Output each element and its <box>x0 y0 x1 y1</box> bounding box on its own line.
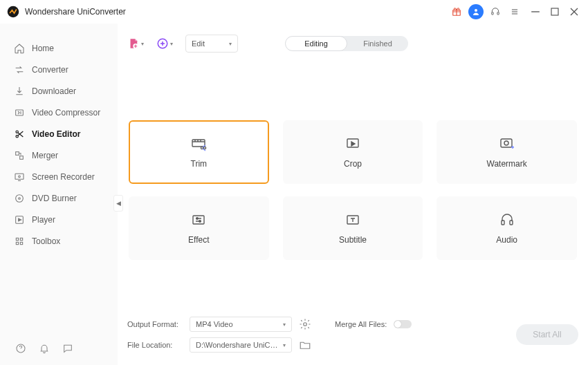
tab-finished[interactable]: Finished <box>347 36 408 51</box>
svg-point-7 <box>16 131 18 133</box>
svg-point-30 <box>196 218 198 219</box>
svg-rect-17 <box>20 238 22 240</box>
crop-icon <box>344 135 361 152</box>
tiles-grid: Trim Crop Watermark Effect Subtitle Audi… <box>127 120 578 260</box>
settings-icon[interactable] <box>299 318 311 330</box>
effect-icon <box>190 212 207 228</box>
help-icon[interactable] <box>15 343 26 354</box>
sidebar-item-label: Video Editor <box>32 129 80 139</box>
merge-label: Merge All Files: <box>335 320 387 328</box>
add-circle-button[interactable]: ▾ <box>156 37 173 50</box>
svg-point-31 <box>199 221 201 222</box>
svg-point-8 <box>16 135 18 137</box>
screen-recorder-icon <box>14 171 25 182</box>
tile-label: Audio <box>496 235 517 245</box>
sidebar-item-video-editor[interactable]: Video Editor <box>0 123 118 144</box>
sidebar: Home Converter Downloader Video Compress… <box>0 24 118 365</box>
folder-open-icon[interactable] <box>299 339 311 351</box>
tab-editing[interactable]: Editing <box>285 36 347 51</box>
bell-icon[interactable] <box>39 343 50 354</box>
chevron-down-icon: ▾ <box>170 41 173 47</box>
sidebar-item-converter[interactable]: Converter <box>0 59 118 80</box>
svg-rect-18 <box>16 242 18 244</box>
svg-point-2 <box>475 9 477 12</box>
sidebar-collapse-button[interactable]: ◀ <box>113 195 123 212</box>
window-close-button[interactable] <box>567 5 581 19</box>
titlebar: Wondershare UniConverter <box>0 0 588 24</box>
merge-toggle[interactable] <box>394 320 412 328</box>
window-minimize-button[interactable] <box>529 5 542 19</box>
file-location-label: File Location: <box>127 341 183 349</box>
svg-rect-10 <box>20 156 24 159</box>
download-icon <box>14 86 25 97</box>
disc-icon <box>14 193 25 204</box>
sidebar-item-label: Player <box>32 215 55 225</box>
tile-label: Watermark <box>487 159 527 169</box>
trim-icon <box>190 135 207 152</box>
tile-trim[interactable]: Trim <box>129 120 269 184</box>
chevron-down-icon: ▾ <box>229 41 232 47</box>
svg-rect-3 <box>492 12 493 15</box>
app-title: Wondershare UniConverter <box>25 7 126 17</box>
svg-rect-29 <box>193 216 204 224</box>
svg-rect-34 <box>510 221 513 225</box>
account-avatar[interactable] <box>468 3 484 20</box>
tile-subtitle[interactable]: Subtitle <box>283 196 423 260</box>
svg-point-12 <box>19 176 21 178</box>
svg-rect-11 <box>15 174 24 179</box>
svg-point-25 <box>204 147 206 149</box>
add-file-button[interactable]: ▾ <box>127 37 144 50</box>
tile-label: Subtitle <box>339 235 367 245</box>
app-logo <box>7 6 19 18</box>
output-format-select[interactable]: MP4 Video ▾ <box>190 317 292 332</box>
sidebar-item-label: Screen Recorder <box>32 172 95 182</box>
sidebar-item-dvd-burner[interactable]: DVD Burner <box>0 187 118 209</box>
watermark-icon <box>499 135 515 152</box>
toolbar: ▾ ▾ Edit ▾ Editing Finished <box>127 29 578 58</box>
svg-rect-4 <box>497 12 499 15</box>
merger-icon <box>14 150 25 161</box>
sidebar-item-label: Converter <box>32 65 68 75</box>
tile-label: Trim <box>191 159 208 169</box>
chat-icon[interactable] <box>62 343 73 354</box>
edit-select[interactable]: Edit ▾ <box>185 35 238 53</box>
sidebar-item-video-compressor[interactable]: Video Compressor <box>0 102 118 123</box>
home-icon <box>14 43 25 54</box>
svg-point-35 <box>304 323 307 326</box>
svg-rect-9 <box>16 151 19 155</box>
output-format-value: MP4 Video <box>196 320 233 328</box>
tile-watermark[interactable]: Watermark <box>437 120 577 184</box>
svg-rect-16 <box>16 238 18 240</box>
subtitle-icon <box>344 212 361 228</box>
edit-select-label: Edit <box>192 39 205 48</box>
file-location-select[interactable]: D:\Wondershare UniConverter 1 ▾ <box>190 337 292 353</box>
window-maximize-button[interactable] <box>548 5 562 19</box>
start-all-button[interactable]: Start All <box>516 324 578 345</box>
tile-crop[interactable]: Crop <box>283 120 423 184</box>
headset-icon[interactable] <box>487 3 504 20</box>
chevron-down-icon: ▾ <box>141 41 144 47</box>
svg-point-14 <box>19 197 21 199</box>
sidebar-item-player[interactable]: Player <box>0 209 118 230</box>
file-location-value: D:\Wondershare UniConverter 1 <box>196 341 279 349</box>
tile-effect[interactable]: Effect <box>129 196 269 260</box>
tile-label: Crop <box>344 159 362 169</box>
sidebar-item-merger[interactable]: Merger <box>0 144 118 166</box>
sidebar-item-toolbox[interactable]: Toolbox <box>0 230 118 252</box>
footer: Output Format: MP4 Video ▾ Merge All Fil… <box>127 312 578 359</box>
sidebar-item-label: Downloader <box>32 86 76 96</box>
menu-icon[interactable] <box>506 3 523 20</box>
tile-audio[interactable]: Audio <box>437 196 577 260</box>
audio-icon <box>499 212 515 228</box>
sidebar-item-downloader[interactable]: Downloader <box>0 80 118 102</box>
sidebar-item-home[interactable]: Home <box>0 37 118 59</box>
tile-label: Effect <box>188 235 209 245</box>
svg-rect-5 <box>551 8 558 15</box>
chevron-down-icon: ▾ <box>283 342 286 348</box>
svg-rect-19 <box>20 242 22 244</box>
svg-rect-23 <box>192 140 205 147</box>
sidebar-item-screen-recorder[interactable]: Screen Recorder <box>0 166 118 187</box>
gift-icon[interactable] <box>448 3 465 20</box>
svg-point-28 <box>504 141 508 145</box>
content-area: ▾ ▾ Edit ▾ Editing Finished Trim Cro <box>118 24 588 365</box>
